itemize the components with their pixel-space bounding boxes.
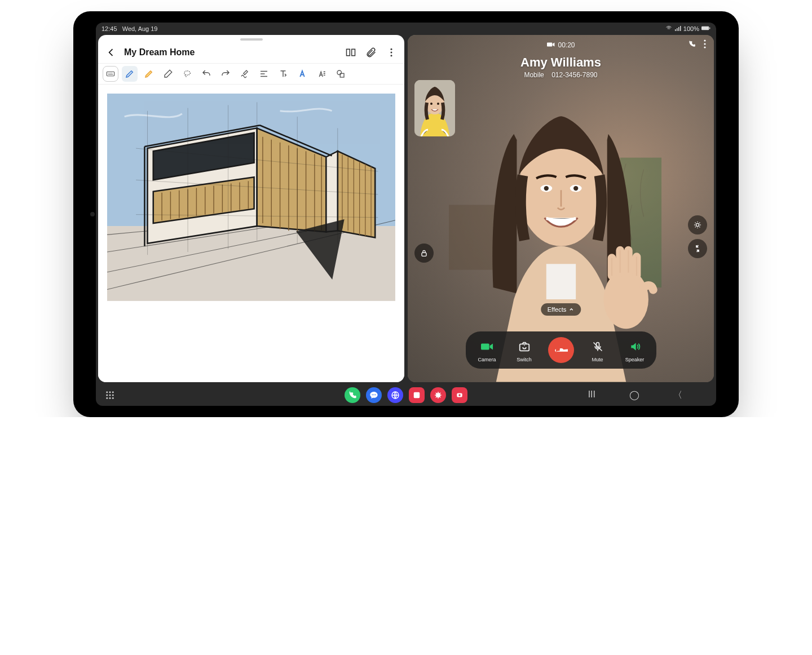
svg-point-7 [391,52,392,54]
svg-point-33 [704,46,705,48]
svg-point-44 [109,391,111,393]
mute-toggle[interactable]: Mute [584,338,611,362]
svg-rect-3 [680,26,681,31]
status-left: 12:45 Wed, Aug 19 [102,25,158,32]
app-dock [345,387,467,403]
svg-point-51 [112,397,114,399]
svg-rect-30 [546,42,551,46]
svg-rect-2 [678,27,679,31]
battery-icon [701,25,710,32]
attach-button[interactable] [364,45,378,60]
nav-buttons: III ◯ 〈 [588,390,682,401]
lasso-tool[interactable] [179,66,195,82]
call-more-button[interactable] [704,39,706,50]
svg-rect-1 [677,28,678,31]
svg-point-32 [704,43,705,45]
status-date: Wed, Aug 19 [122,25,158,32]
svg-point-48 [112,395,114,396]
dock-app-4[interactable] [409,387,425,403]
keyboard-tool[interactable] [103,66,118,82]
svg-point-39 [696,223,699,226]
svg-point-46 [106,395,108,396]
call-top-bar: 00:20 [408,39,714,50]
status-bar: 12:45 Wed, Aug 19 100% [96,23,716,35]
caller-info: Amy Williams Mobile 012-3456-7890 [408,55,714,79]
capture-button[interactable] [688,215,707,234]
switch-camera[interactable]: Switch [511,338,538,362]
dock-app-5[interactable] [430,387,446,403]
status-right: 100% [665,25,710,33]
home-button[interactable]: ◯ [629,390,639,401]
handwriting-tool[interactable] [237,66,253,82]
svg-point-52 [372,394,373,395]
svg-point-36 [430,103,433,105]
effects-label: Effects [548,306,566,313]
svg-point-6 [391,48,392,50]
back-button[interactable] [104,45,118,60]
reader-mode-button[interactable] [343,45,358,60]
text-insert-tool[interactable] [275,66,291,82]
self-preview[interactable] [414,80,455,136]
svg-point-53 [373,394,374,395]
svg-point-37 [437,103,439,105]
svg-point-49 [106,397,108,399]
dock-app-6[interactable] [452,387,467,403]
shape-tool[interactable] [333,66,348,82]
all-apps-button[interactable] [104,389,116,401]
svg-rect-9 [107,72,114,76]
note-title: My Dream Home [124,47,338,57]
split-view: My Dream Home [96,35,716,384]
svg-point-45 [112,391,114,393]
svg-point-31 [704,39,705,41]
svg-point-8 [391,55,392,56]
more-button[interactable] [384,45,399,60]
chevron-up-icon [568,307,574,312]
screen: 12:45 Wed, Aug 19 100% [96,23,716,406]
end-call-button[interactable] [548,337,574,363]
svg-rect-0 [675,29,676,31]
svg-rect-38 [422,253,426,256]
svg-rect-23 [449,205,496,270]
dock-messages-app[interactable] [366,387,382,403]
undo-button[interactable] [198,66,214,82]
camera-toggle[interactable]: Camera [474,338,501,362]
svg-point-47 [109,395,111,396]
drawing-canvas[interactable] [98,85,404,382]
pen-tool[interactable] [122,66,138,82]
font-style-tool[interactable] [294,66,310,82]
speaker-label: Speaker [625,357,645,362]
status-time: 12:45 [102,25,117,32]
notes-toolbar [98,63,404,85]
video-indicator-icon [546,41,554,49]
eraser-tool[interactable] [160,66,176,82]
call-duration: 00:20 [558,41,575,49]
dock-phone-app[interactable] [345,387,360,403]
pane-drag-handle[interactable] [240,38,263,41]
svg-point-10 [184,71,191,76]
recents-button[interactable]: III [588,390,595,401]
switch-label: Switch [517,357,532,362]
svg-point-54 [375,394,376,395]
speaker-toggle[interactable]: Speaker [621,338,648,362]
caller-sub-label: Mobile [524,71,544,79]
video-call-pane: 00:20 Amy Williams Mobile [408,35,714,382]
svg-rect-56 [414,392,420,399]
svg-point-58 [458,394,461,396]
effects-button[interactable]: Effects [541,303,581,316]
camera-label: Camera [478,357,496,362]
dock-browser-app[interactable] [387,387,403,403]
redo-button[interactable] [218,66,233,82]
text-options-tool[interactable] [314,66,329,82]
minimize-button[interactable] [688,239,707,258]
align-tool[interactable] [256,66,272,82]
signal-icon [674,25,681,33]
svg-rect-40 [481,343,489,349]
add-call-button[interactable] [688,40,696,50]
lock-rotation-button[interactable] [414,244,434,263]
caller-name: Amy Williams [408,55,714,70]
house-sketch [107,94,395,301]
highlighter-tool[interactable] [141,66,157,82]
notes-header: My Dream Home [98,42,404,63]
tablet-frame: 12:45 Wed, Aug 19 100% [73,11,739,417]
back-nav-button[interactable]: 〈 [673,390,682,401]
